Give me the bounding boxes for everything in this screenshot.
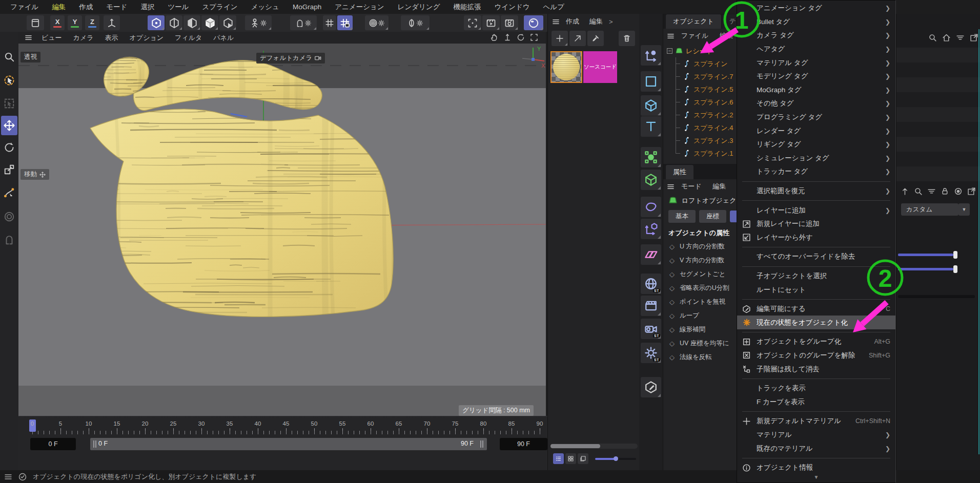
tool-spline-pen-button[interactable]: [1, 183, 17, 202]
axis-lock-y-button[interactable]: Y: [68, 15, 82, 30]
context-menu-item-8[interactable]: プログラミング タグ❯: [737, 111, 895, 124]
viewport-dolly-button[interactable]: [502, 32, 513, 43]
collapse-icon[interactable]: −: [667, 48, 672, 54]
axis-lock-z-button[interactable]: Z: [85, 15, 99, 30]
tool-rotate-button[interactable]: [1, 138, 17, 157]
object-manager-tab-0[interactable]: オブジェクト: [666, 14, 721, 29]
menubar-item-13[interactable]: ヘルプ: [537, 1, 570, 14]
material-size-slider[interactable]: [595, 458, 636, 460]
menubar-item-3[interactable]: モード: [100, 1, 133, 14]
object-label[interactable]: スプライン.7: [693, 72, 733, 81]
menubar-item-0[interactable]: ファイル: [4, 1, 45, 14]
viewport-menu-icon[interactable]: [22, 34, 35, 41]
render-settings-button[interactable]: [501, 15, 518, 30]
mode-texture-button[interactable]: [219, 15, 236, 30]
context-menu-item-23[interactable]: ルートにセット: [737, 283, 895, 297]
keyframe-diamond-icon[interactable]: ◇: [669, 257, 675, 264]
mode-edges-button[interactable]: [166, 15, 182, 30]
keyframe-diamond-icon[interactable]: ◇: [669, 340, 675, 347]
filter-icon[interactable]: [927, 187, 936, 196]
preset-dropdown-arrow[interactable]: ▼: [958, 203, 970, 216]
current-frame-field[interactable]: 0 F: [30, 438, 76, 450]
end-frame-field[interactable]: 90 F: [500, 438, 547, 450]
home-icon[interactable]: [942, 33, 951, 42]
tool-move-button[interactable]: [1, 116, 17, 135]
context-menu-item-26[interactable]: 現在の状態をオブジェクト化: [737, 316, 895, 329]
arrow-up-icon[interactable]: [901, 187, 909, 196]
eyedropper-button[interactable]: [587, 31, 604, 46]
object-manager-menu-icon[interactable]: [667, 32, 675, 40]
menubar-item-11[interactable]: 機能拡張: [447, 1, 487, 14]
menubar-item-9[interactable]: アニメーション: [329, 1, 390, 14]
material-grid-view-button[interactable]: [565, 453, 576, 464]
attribute-menu-icon[interactable]: [667, 183, 675, 191]
grid-lock-button[interactable]: [337, 15, 353, 30]
add-material-button[interactable]: [552, 31, 568, 46]
create-light-button[interactable]: ST: [641, 343, 661, 363]
menubar-item-2[interactable]: 作成: [73, 1, 99, 14]
quantize-grid-button[interactable]: [323, 15, 336, 30]
object-label[interactable]: スプライン.2: [693, 111, 733, 120]
render-team-button[interactable]: [524, 15, 543, 30]
material-menu-item-0[interactable]: 作成: [562, 16, 583, 27]
keyframe-diamond-icon[interactable]: ◇: [669, 312, 675, 320]
attribute-menu-item-1[interactable]: 編集: [708, 181, 731, 192]
object-label[interactable]: スプライン.6: [693, 98, 733, 107]
context-menu-item-30[interactable]: 子階層は残して消去: [737, 362, 895, 376]
tool-scale-button[interactable]: [1, 160, 17, 179]
object-manager-menu-item-0[interactable]: ファイル: [677, 30, 713, 41]
object-label[interactable]: レシート: [686, 47, 713, 56]
menubar-item-4[interactable]: 選択: [134, 1, 160, 14]
menubar-item-7[interactable]: メッシュ: [245, 1, 285, 14]
viewport-menu-item-3[interactable]: オプション: [125, 32, 169, 44]
search-icon[interactable]: [928, 33, 937, 42]
menubar-item-6[interactable]: スプライン: [196, 1, 244, 14]
attribute-tab-1[interactable]: 座標: [699, 210, 726, 223]
context-menu-item-3[interactable]: ヘアタグ❯: [737, 43, 895, 56]
record-icon[interactable]: [954, 187, 963, 196]
timeline-range-bar[interactable]: 0 F 90 F: [90, 438, 487, 450]
create-cube-button[interactable]: [641, 95, 661, 116]
external-window-icon[interactable]: [967, 187, 976, 196]
create-camera-button[interactable]: ST: [641, 319, 661, 339]
lock-icon[interactable]: [941, 187, 949, 196]
layout-box-button[interactable]: [27, 15, 44, 30]
keyframe-diamond-icon[interactable]: ◇: [669, 326, 675, 333]
assign-material-button[interactable]: [569, 31, 586, 46]
tool-live-selection-button[interactable]: [1, 71, 17, 90]
tool-find-button[interactable]: [1, 47, 17, 67]
material-menu-item-1[interactable]: 編集: [585, 16, 607, 27]
menubar-item-1[interactable]: 編集: [46, 1, 72, 14]
create-mograph-button[interactable]: [641, 147, 661, 167]
context-menu-item-33[interactable]: F カーブを表示: [737, 395, 895, 409]
context-menu-item-35[interactable]: 新規デフォルトマテリアルCtrl+Shift+N: [737, 414, 895, 428]
symmetry-settings-button[interactable]: [401, 15, 430, 30]
create-edit-poly-button[interactable]: [641, 377, 661, 397]
context-menu-item-18[interactable]: レイヤーから外す: [737, 231, 895, 245]
viewport-menu-item-5[interactable]: パネル: [208, 32, 239, 44]
object-label[interactable]: スプライン: [693, 59, 728, 69]
create-fields-button[interactable]: [641, 244, 661, 265]
context-menu-item-20[interactable]: すべてのオーバーライドを除去: [737, 250, 895, 264]
tab-attributes[interactable]: 属性: [666, 165, 693, 179]
menubar-item-10[interactable]: レンダリング: [392, 1, 446, 14]
context-menu-item-6[interactable]: MoGraph タグ❯: [737, 83, 895, 97]
object-manager-menu-item-1[interactable]: 編集: [715, 30, 738, 41]
context-menu-item-28[interactable]: オブジェクトをグループ化Alt+G: [737, 335, 895, 349]
context-menu-item-14[interactable]: 選択範囲を復元❯: [737, 184, 895, 198]
object-label[interactable]: スプライン.3: [693, 136, 733, 145]
tool-nurbs-circle-button[interactable]: [1, 207, 17, 226]
material-layer-view-button[interactable]: [578, 453, 588, 464]
keyframe-diamond-icon[interactable]: ◇: [669, 284, 675, 292]
timeline-ruler[interactable]: 051015202530354045505560657075808590: [18, 418, 547, 437]
axis-lock-x-button[interactable]: X: [50, 15, 65, 30]
tweak-mode-button[interactable]: [245, 15, 272, 30]
context-menu-item-29[interactable]: オブジェクトのグループを解除Shift+G: [737, 349, 895, 363]
tool-snap-tool-button[interactable]: [1, 230, 17, 249]
viewport-menu-item-2[interactable]: 表示: [100, 32, 124, 44]
context-menu-item-0[interactable]: アニメーション タグ❯: [737, 2, 895, 15]
viewport-canvas[interactable]: Y X 透視 デフォルトカメラ 移動 グリッド間隔 : 500 mm: [18, 44, 546, 416]
parameter-slider[interactable]: [898, 268, 953, 270]
status-menu-icon[interactable]: [4, 473, 12, 481]
context-menu-item-36[interactable]: マテリアル❯: [737, 428, 895, 442]
